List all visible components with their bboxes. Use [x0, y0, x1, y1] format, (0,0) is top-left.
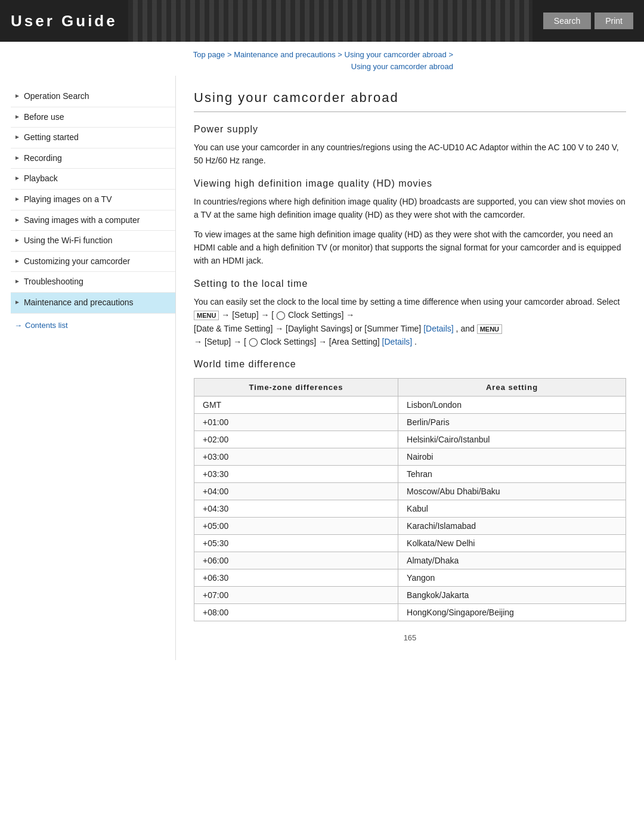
section-title-worldtime: World time difference	[194, 359, 626, 370]
page-layout: ► Operation Search ► Before use ► Gettin…	[0, 76, 644, 660]
sidebar-item-maintenance[interactable]: ► Maintenance and precautions	[11, 293, 175, 314]
table-cell-tz: +08:00	[194, 604, 398, 621]
sidebar-item-label: Using the Wi-Fi function	[24, 235, 113, 247]
table-cell-tz: +01:00	[194, 414, 398, 431]
breadcrumb-abroad1[interactable]: Using your camcorder abroad	[345, 50, 447, 59]
page-title: Using your camcorder abroad	[194, 82, 626, 112]
sidebar-item-label: Saving images with a computer	[24, 215, 140, 227]
section-body-hd2: To view images at the same high definiti…	[194, 228, 626, 268]
section-title-hd: Viewing high definition image quality (H…	[194, 178, 626, 189]
header: User Guide Search Print	[0, 0, 644, 42]
breadcrumb-maintenance[interactable]: Maintenance and precautions	[234, 50, 336, 59]
sidebar-item-label: Maintenance and precautions	[24, 297, 134, 309]
arrow-right-icon: →	[14, 321, 22, 330]
sidebar-item-playing-images-tv[interactable]: ► Playing images on a TV	[11, 190, 175, 210]
localtime-clock-settings: Clock Settings] →	[288, 310, 354, 320]
page-number: 165	[194, 633, 626, 642]
table-cell-area: Berlin/Paris	[398, 414, 626, 431]
table-cell-area: Kabul	[398, 500, 626, 518]
localtime-and: , and	[456, 324, 477, 333]
arrow-icon: ►	[14, 216, 20, 224]
breadcrumb-abroad2[interactable]: Using your camcorder abroad	[351, 62, 453, 71]
details-link-1[interactable]: [Details]	[423, 324, 454, 333]
table-cell-area: Lisbon/London	[398, 397, 626, 414]
arrow-icon: ►	[14, 236, 20, 244]
table-cell-area: Nairobi	[398, 448, 626, 466]
table-cell-tz: +04:00	[194, 483, 398, 500]
arrow-icon: ►	[14, 113, 20, 121]
contents-list-link[interactable]: → Contents list	[11, 314, 175, 330]
localtime-setup2: → [Setup] → [	[194, 337, 246, 346]
section-body-hd1: In countries/regions where high definiti…	[194, 195, 626, 222]
breadcrumb-top[interactable]: Top page	[193, 50, 225, 59]
table-cell-tz: +06:00	[194, 552, 398, 569]
localtime-period: .	[414, 337, 417, 346]
arrow-icon: ►	[14, 133, 20, 141]
search-button[interactable]: Search	[543, 13, 591, 29]
table-cell-tz: GMT	[194, 397, 398, 414]
details-link-2[interactable]: [Details]	[382, 337, 413, 346]
table-cell-area: Karachi/Islamabad	[398, 518, 626, 535]
table-cell-tz: +02:00	[194, 431, 398, 448]
table-header-area: Area setting	[398, 379, 626, 397]
localtime-arrow1: → [Setup] → [	[221, 310, 274, 320]
table-cell-area: Yangon	[398, 569, 626, 587]
main-content: Using your camcorder abroad Power supply…	[176, 76, 644, 660]
table-row: +06:30Yangon	[194, 569, 626, 587]
sidebar-item-saving-images[interactable]: ► Saving images with a computer	[11, 210, 175, 231]
section-title-power: Power supply	[194, 124, 626, 135]
sidebar-item-label: Before use	[24, 112, 64, 123]
sidebar-item-before-use[interactable]: ► Before use	[11, 107, 175, 128]
sidebar-item-getting-started[interactable]: ► Getting started	[11, 128, 175, 148]
sidebar-item-wifi[interactable]: ► Using the Wi-Fi function	[11, 231, 175, 252]
table-cell-tz: +06:30	[194, 569, 398, 587]
table-cell-tz: +03:30	[194, 466, 398, 483]
arrow-icon: ►	[14, 298, 20, 306]
sidebar-item-operation-search[interactable]: ► Operation Search	[11, 86, 175, 107]
sidebar-item-label: Getting started	[24, 132, 79, 144]
table-row: +04:00Moscow/Abu Dhabi/Baku	[194, 483, 626, 500]
arrow-icon: ►	[14, 257, 20, 265]
sidebar-item-customizing[interactable]: ► Customizing your camcorder	[11, 252, 175, 272]
table-row: +06:00Almaty/Dhaka	[194, 552, 626, 569]
table-row: +03:00Nairobi	[194, 448, 626, 466]
localtime-area: Clock Settings] → [Area Setting]	[261, 337, 382, 346]
arrow-icon: ►	[14, 92, 20, 100]
table-cell-area: Tehran	[398, 466, 626, 483]
breadcrumb: Top page > Maintenance and precautions >…	[0, 42, 644, 76]
arrow-icon: ►	[14, 154, 20, 162]
section-body-power: You can use your camcorder in any countr…	[194, 141, 626, 168]
sidebar: ► Operation Search ► Before use ► Gettin…	[0, 76, 176, 660]
table-header-tz: Time-zone differences	[194, 379, 398, 397]
table-row: +04:30Kabul	[194, 500, 626, 518]
print-button[interactable]: Print	[595, 13, 633, 29]
table-row: +01:00Berlin/Paris	[194, 414, 626, 431]
sidebar-item-troubleshooting[interactable]: ► Troubleshooting	[11, 272, 175, 293]
table-cell-area: Bangkok/Jakarta	[398, 587, 626, 604]
table-cell-area: Kolkata/New Delhi	[398, 535, 626, 552]
table-cell-area: Almaty/Dhaka	[398, 552, 626, 569]
table-cell-tz: +05:00	[194, 518, 398, 535]
sidebar-item-playback[interactable]: ► Playback	[11, 169, 175, 190]
breadcrumb-sep1: >	[227, 50, 234, 59]
table-row: +03:30Tehran	[194, 466, 626, 483]
breadcrumb-sep2: >	[338, 50, 344, 59]
clock-icon: ◯	[276, 310, 286, 320]
table-cell-area: Moscow/Abu Dhabi/Baku	[398, 483, 626, 500]
localtime-date-text: [Date & Time Setting] → [Daylight Saving…	[194, 324, 423, 333]
sidebar-item-recording[interactable]: ► Recording	[11, 148, 175, 169]
sidebar-item-label: Playback	[24, 173, 58, 185]
menu-badge2: MENU	[477, 324, 502, 334]
timezone-table: Time-zone differences Area setting GMTLi…	[194, 378, 626, 621]
table-row: +05:00Karachi/Islamabad	[194, 518, 626, 535]
table-row: +05:30Kolkata/New Delhi	[194, 535, 626, 552]
table-row: +08:00HongKong/Singapore/Beijing	[194, 604, 626, 621]
clock-icon2: ◯	[249, 337, 258, 346]
sidebar-item-label: Playing images on a TV	[24, 194, 112, 206]
section-body-localtime: You can easily set the clock to the loca…	[194, 295, 626, 349]
contents-list-label: Contents list	[25, 321, 68, 330]
table-cell-area: HongKong/Singapore/Beijing	[398, 604, 626, 621]
arrow-icon: ►	[14, 277, 20, 286]
section-title-localtime: Setting to the local time	[194, 278, 626, 289]
table-row: +02:00Helsinki/Cairo/Istanbul	[194, 431, 626, 448]
